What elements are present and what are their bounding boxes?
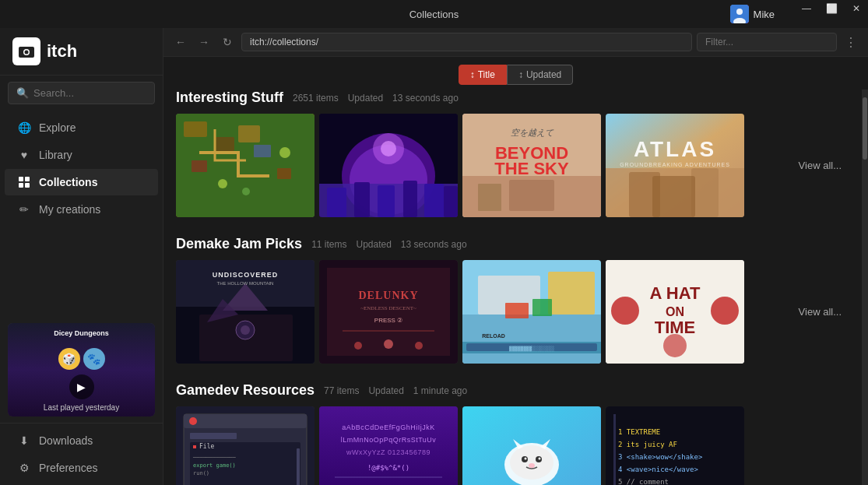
sidebar-item-label: Collections [39,176,97,188]
svg-rect-66 [548,272,595,315]
sidebar-item-downloads[interactable]: ⬇ Downloads [5,427,158,454]
sidebar-item-label: Library [39,149,72,161]
recently-played-card[interactable]: Dicey Dungeons 🎲 🐾 ▶ Last played yesterd… [8,323,155,416]
game-thumb[interactable] [176,114,315,217]
svg-point-101 [510,445,553,480]
search-bar[interactable]: 🔍 [8,82,155,104]
collection-grid: 空を越えて BEYOND THE SKY [176,114,849,217]
sidebar-item-library[interactable]: ♥ Library [5,142,158,168]
game-thumb[interactable]: UNDISCOVERED THE HOLLOW MOUNTAIN [176,260,315,364]
url-bar[interactable] [241,33,692,51]
collection-header: Demake Jam Picks 11 items Updated 13 sec… [176,236,849,252]
svg-point-1 [736,9,743,15]
play-button[interactable]: ▶ [69,374,94,399]
svg-text:lLmMnNoOpPqQrRsStTuUv: lLmMnNoOpPqQrRsStTuUv [341,436,437,444]
svg-rect-12 [184,121,207,137]
svg-rect-86 [193,445,196,448]
filter-input[interactable] [697,33,837,51]
sidebar-item-collections[interactable]: Collections [5,169,158,195]
svg-point-61 [384,339,393,349]
game-thumb[interactable]: ATLAS GROUNDBREAKING ADVENTURES [606,114,744,217]
explore-icon: 🌐 [17,121,31,135]
game-thumb[interactable]: RELOAD ▓▓▓▓▓▓▓▓░░░░░░░░ [462,260,601,364]
svg-point-19 [242,188,250,195]
svg-text:GROUNDBREAKING ADVENTURES: GROUNDBREAKING ADVENTURES [620,162,730,167]
menu-button[interactable]: ⋮ [842,33,860,51]
svg-point-32 [381,141,396,156]
svg-text:run(): run() [193,470,209,476]
collection-section: Demake Jam Picks 11 items Updated 13 sec… [176,236,849,364]
sort-title-button[interactable]: ↕ Title [459,65,507,85]
forward-button[interactable]: → [195,33,213,51]
maximize-button[interactable]: ⬜ [820,0,843,17]
svg-rect-82 [184,414,307,428]
sidebar-item-preferences[interactable]: ⚙ Preferences [5,455,158,481]
svg-rect-97 [335,476,442,478]
recently-played-title: Dicey Dungeons [54,329,109,337]
logo-icon [12,37,40,65]
svg-rect-59 [343,330,434,332]
view-all-button[interactable]: View all... [791,160,849,171]
collection-grid: UNDISCOVERED THE HOLLOW MOUNTAIN [176,260,849,364]
svg-rect-44 [652,176,695,217]
svg-rect-91 [297,448,300,485]
svg-rect-17 [277,168,291,179]
sort-updated-button[interactable]: ↕ Updated [507,65,573,85]
collections-icon [17,175,31,189]
app-logo[interactable]: itch [0,28,163,76]
svg-point-106 [529,463,535,468]
logo-text: itch [47,41,77,62]
back-button[interactable]: ← [171,33,190,51]
svg-text:UNDISCOVERED: UNDISCOVERED [213,271,279,279]
game-thumb[interactable] [462,406,601,485]
sidebar-bottom: ⬇ Downloads ⚙ Preferences [0,423,163,485]
svg-text:PRESS ②: PRESS ② [374,317,402,324]
sort-title-icon: ↕ [470,69,475,80]
collection-section: Gamedev Resources 77 items Updated 1 min… [176,382,849,485]
svg-rect-8 [25,177,30,181]
collection-header: Interesting Stuff 2651 items Updated 13 … [176,90,849,106]
game-thumb[interactable] [319,114,458,217]
sidebar-nav: 🌐 Explore ♥ Library Collections [0,111,163,317]
sidebar-item-my-creations[interactable]: ✏ My creations [5,196,158,223]
svg-rect-10 [25,183,30,188]
game-thumb[interactable]: 空を越えて BEYOND THE SKY [462,114,601,217]
svg-text:空を越えて: 空を越えて [511,128,554,137]
svg-text:▓▓▓▓▓▓▓▓░░░░░░░░: ▓▓▓▓▓▓▓▓░░░░░░░░ [509,346,554,352]
svg-rect-92 [319,406,458,485]
svg-rect-14 [238,125,260,142]
svg-text:─────────────: ───────────── [192,455,237,461]
close-button[interactable]: ✕ [845,0,868,17]
game-thumb[interactable]: 1 TEXTREME 2 its juicy AF 3 <shake>wow</… [606,406,744,485]
svg-rect-29 [424,184,444,217]
svg-point-83 [189,417,197,425]
game-thumb[interactable]: DELUNKY ~ENDLESS DESCENT~ PRESS ② [319,260,458,364]
game-thumb[interactable]: File ───────────── export game() run() [176,406,315,485]
svg-point-18 [218,179,227,188]
svg-rect-27 [378,185,395,217]
svg-rect-13 [215,137,234,151]
svg-rect-71 [505,303,529,318]
svg-rect-28 [403,181,417,217]
last-played-label: Last played yesterday [8,403,155,412]
svg-rect-39 [478,184,501,211]
svg-rect-25 [327,188,346,217]
collection-items: 2651 items [293,93,339,104]
scrollbar-track[interactable] [862,90,868,485]
svg-rect-16 [254,145,271,157]
svg-rect-38 [509,180,554,211]
svg-text:wWxXyYzZ 0123456789: wWxXyYzZ 0123456789 [346,448,430,456]
game-thumb[interactable]: A HAT ON TIME [606,260,744,364]
sidebar-item-label: Explore [39,121,76,134]
minimize-button[interactable]: — [795,0,818,17]
sidebar-item-explore[interactable]: 🌐 Explore [5,114,158,141]
collection-header: Gamedev Resources 77 items Updated 1 min… [176,382,849,399]
svg-rect-113 [613,414,616,485]
content-scroll[interactable]: Interesting Stuff 2651 items Updated 13 … [163,90,862,485]
view-all-button[interactable]: View all... [791,306,849,318]
titlebar: Collections Mike — ⬜ ✕ [0,0,868,28]
search-input[interactable] [33,87,146,99]
game-thumb[interactable]: aAbBcCdDeEfFgGhHiIjJkK lLmMnNoOpPqQrRsSt… [319,406,458,485]
scrollbar-thumb[interactable] [863,97,867,160]
refresh-button[interactable]: ↻ [218,33,237,51]
